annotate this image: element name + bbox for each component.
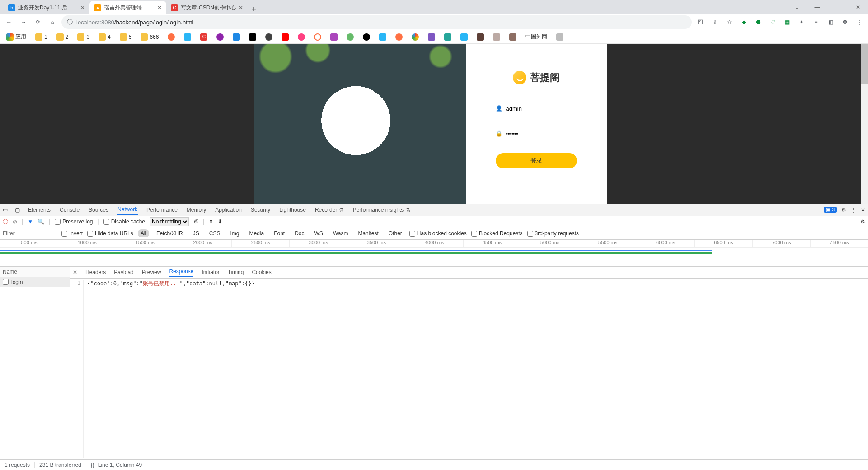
extension-icon[interactable]: ◆ bbox=[739, 19, 749, 25]
site-info-icon[interactable]: ⓘ bbox=[67, 18, 73, 26]
bookmark-item[interactable] bbox=[554, 32, 566, 42]
tab-close-icon[interactable]: ✕ bbox=[239, 5, 243, 11]
reload-button[interactable]: ⟳ bbox=[33, 17, 43, 28]
type-filter-all[interactable]: All bbox=[138, 229, 149, 237]
vertical-scrollbar[interactable] bbox=[861, 44, 868, 204]
type-filter[interactable]: JS bbox=[190, 229, 202, 237]
bookmark-item[interactable] bbox=[490, 32, 503, 42]
window-dropdown-icon[interactable]: ⌄ bbox=[787, 0, 807, 14]
devtools-tab-security[interactable]: Security bbox=[250, 205, 271, 215]
username-field[interactable]: 👤 bbox=[496, 102, 577, 115]
bookmark-folder[interactable]: 4 bbox=[96, 32, 113, 42]
window-minimize-button[interactable]: — bbox=[807, 0, 827, 14]
tab-close-icon[interactable]: ✕ bbox=[80, 5, 85, 11]
blocked-requests-checkbox[interactable]: Blocked Requests bbox=[471, 230, 523, 237]
password-field[interactable]: 🔒 bbox=[496, 128, 577, 140]
blocked-cookies-checkbox[interactable]: Has blocked cookies bbox=[409, 230, 467, 237]
bookmark-item[interactable] bbox=[311, 32, 324, 42]
bookmark-item[interactable] bbox=[344, 32, 357, 42]
extension-icon[interactable]: ⬣ bbox=[753, 19, 763, 25]
extension-icon[interactable]: ◧ bbox=[826, 19, 835, 25]
type-filter[interactable]: Wasm bbox=[330, 229, 351, 237]
type-filter[interactable]: Media bbox=[246, 229, 267, 237]
devtools-tab-console[interactable]: Console bbox=[59, 205, 80, 215]
browser-tab-0[interactable]: b 业务开发Day1-11-后台系统登录 ✕ bbox=[4, 1, 89, 14]
detail-tab-cookies[interactable]: Cookies bbox=[252, 269, 271, 275]
invert-checkbox[interactable]: Invert bbox=[61, 230, 83, 237]
apps-button[interactable]: 应用 bbox=[4, 32, 29, 42]
bookmark-item[interactable] bbox=[458, 32, 470, 42]
bookmark-item[interactable] bbox=[376, 32, 389, 42]
back-button[interactable]: ← bbox=[4, 17, 14, 28]
detail-tab-payload[interactable]: Payload bbox=[114, 269, 133, 275]
extension-icon[interactable]: ▦ bbox=[782, 19, 792, 25]
third-party-checkbox[interactable]: 3rd-party requests bbox=[527, 230, 579, 237]
network-timeline[interactable]: 500 ms1000 ms1500 ms2000 ms2500 ms3000 m… bbox=[0, 240, 868, 267]
hide-data-urls-checkbox[interactable]: Hide data URLs bbox=[87, 230, 133, 237]
bookmark-item[interactable] bbox=[425, 32, 438, 42]
login-button[interactable]: 登录 bbox=[496, 153, 577, 168]
new-tab-button[interactable]: + bbox=[248, 5, 260, 14]
detail-tab-timing[interactable]: Timing bbox=[228, 269, 244, 275]
devtools-tab-elements[interactable]: Elements bbox=[27, 205, 52, 215]
filter-toggle-icon[interactable]: ▼ bbox=[28, 219, 33, 225]
detail-tab-headers[interactable]: Headers bbox=[85, 269, 106, 275]
devtools-tab-sources[interactable]: Sources bbox=[88, 205, 109, 215]
tab-close-icon[interactable]: ✕ bbox=[157, 5, 162, 11]
disable-cache-checkbox[interactable]: Disable cache bbox=[103, 219, 145, 225]
issues-badge[interactable]: ▣ 3 bbox=[824, 207, 837, 213]
bookmark-item[interactable] bbox=[474, 32, 487, 42]
extension-icon[interactable]: ♡ bbox=[768, 19, 778, 25]
type-filter[interactable]: Other bbox=[386, 229, 405, 237]
chrome-menu-button[interactable]: ⋮ bbox=[854, 19, 864, 25]
username-input[interactable] bbox=[506, 105, 582, 112]
export-har-icon[interactable]: ⬇ bbox=[218, 219, 222, 225]
window-maximize-button[interactable]: □ bbox=[827, 0, 848, 14]
bookmark-item[interactable] bbox=[181, 32, 194, 42]
bookmark-item[interactable] bbox=[441, 32, 454, 42]
preserve-log-checkbox[interactable]: Preserve log bbox=[55, 219, 93, 225]
bookmark-item[interactable] bbox=[230, 32, 243, 42]
type-filter[interactable]: Font bbox=[271, 229, 287, 237]
network-conditions-icon[interactable]: ⚙̂ bbox=[193, 219, 198, 225]
bookmark-folder[interactable]: 3 bbox=[75, 32, 92, 42]
devtools-settings-icon[interactable]: ⚙ bbox=[841, 207, 846, 213]
devtools-close-icon[interactable]: ✕ bbox=[861, 207, 865, 213]
extension-icon[interactable]: ❂ bbox=[840, 19, 850, 25]
close-detail-icon[interactable]: ✕ bbox=[73, 269, 77, 275]
type-filter[interactable]: WS bbox=[312, 229, 326, 237]
key-icon[interactable]: ⚿ bbox=[695, 19, 705, 25]
devtools-tab-memory[interactable]: Memory bbox=[186, 205, 207, 215]
response-body[interactable]: 1 {"code":0,"msg":"账号已禁用...","data":null… bbox=[70, 279, 868, 459]
extensions-puzzle-icon[interactable]: ✦ bbox=[797, 19, 807, 25]
devtools-tab-performance[interactable]: Performance bbox=[145, 205, 178, 215]
request-checkbox[interactable] bbox=[3, 279, 9, 285]
type-filter[interactable]: Img bbox=[227, 229, 242, 237]
bookmark-folder[interactable]: 666 bbox=[138, 32, 161, 42]
bookmark-item[interactable] bbox=[279, 32, 291, 42]
bookmark-item[interactable] bbox=[214, 32, 226, 42]
detail-tab-preview[interactable]: Preview bbox=[142, 269, 161, 275]
window-close-button[interactable]: ✕ bbox=[848, 0, 868, 14]
bookmark-item[interactable] bbox=[263, 32, 275, 42]
detail-tab-response[interactable]: Response bbox=[169, 268, 193, 277]
detail-tab-initiator[interactable]: Initiator bbox=[202, 269, 219, 275]
bookmark-item[interactable] bbox=[393, 32, 405, 42]
devtools-tab-recorder[interactable]: Recorder ⚗ bbox=[314, 205, 345, 215]
devtools-menu-icon[interactable]: ⋮ bbox=[851, 207, 856, 213]
home-button[interactable]: ⌂ bbox=[47, 17, 58, 28]
scrollbar-thumb[interactable] bbox=[861, 44, 868, 84]
browser-tab-1[interactable]: ● 瑞吉外卖管理端 ✕ bbox=[89, 1, 166, 14]
bookmark-folder[interactable]: 2 bbox=[54, 32, 71, 42]
bookmark-folder[interactable]: 5 bbox=[117, 32, 135, 42]
bookmark-item[interactable] bbox=[328, 32, 340, 42]
bookmark-item[interactable] bbox=[246, 32, 259, 42]
type-filter[interactable]: Fetch/XHR bbox=[154, 229, 186, 237]
device-toggle-icon[interactable]: ▢ bbox=[15, 207, 20, 213]
bookmark-star-icon[interactable]: ☆ bbox=[724, 19, 734, 25]
forward-button[interactable]: → bbox=[18, 17, 29, 28]
bookmark-item[interactable] bbox=[409, 32, 422, 42]
bookmark-item[interactable]: C bbox=[197, 32, 210, 42]
record-button[interactable] bbox=[3, 219, 8, 224]
password-input[interactable] bbox=[506, 130, 582, 137]
